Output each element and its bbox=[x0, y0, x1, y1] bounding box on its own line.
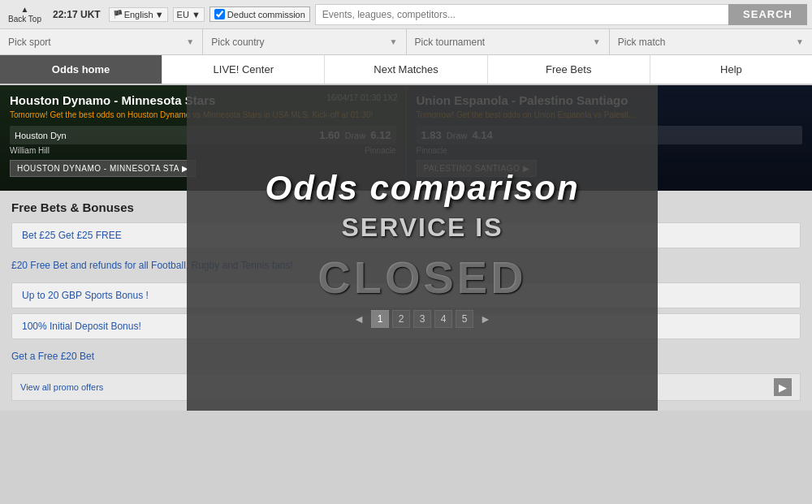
deduct-commission-label: Deduct commission bbox=[227, 10, 305, 19]
page-1-button[interactable]: 1 bbox=[371, 310, 389, 328]
deduct-commission-checkbox[interactable]: Deduct commission bbox=[209, 6, 310, 22]
pick-bar: Pick sport ▼ Pick country ▼ Pick tournam… bbox=[0, 29, 812, 55]
tab-live-center[interactable]: LIVE! Center bbox=[162, 55, 325, 84]
lang-arrow-icon: ▼ bbox=[155, 10, 164, 19]
service-closed-overlay: Odds comparison SERVICE IS CLOSED ◄ 1 2 … bbox=[187, 85, 658, 411]
page-next-icon[interactable]: ► bbox=[477, 311, 495, 327]
pick-country-arrow-icon: ▼ bbox=[390, 37, 398, 46]
pagination: ◄ 1 2 3 4 5 ► bbox=[350, 310, 495, 328]
main-content: Houston Dynamo - Minnesota Stars Tomorro… bbox=[0, 85, 812, 411]
tab-next-matches-label: Next Matches bbox=[374, 63, 438, 75]
page-5-button[interactable]: 5 bbox=[456, 310, 473, 328]
view-promo-prefix: View bbox=[20, 382, 42, 392]
overlay-title: Odds comparison bbox=[265, 169, 579, 208]
pick-tournament-arrow-icon: ▼ bbox=[593, 37, 601, 46]
page-4-button[interactable]: 4 bbox=[434, 310, 452, 328]
flag-icon: 🏴 bbox=[113, 10, 123, 19]
view-promo-arrow-icon: ▶ bbox=[774, 378, 792, 396]
tab-help-label: Help bbox=[720, 63, 742, 75]
view-promo-text: View all promo offers bbox=[20, 382, 103, 392]
tab-free-bets[interactable]: Free Bets bbox=[488, 55, 650, 84]
pick-country[interactable]: Pick country ▼ bbox=[203, 29, 406, 54]
page-3-button[interactable]: 3 bbox=[413, 310, 431, 328]
pick-sport-arrow-icon: ▼ bbox=[186, 37, 194, 46]
overlay-closed: CLOSED bbox=[317, 251, 526, 304]
pick-match-label: Pick match bbox=[618, 37, 666, 48]
search-button[interactable]: SEARCH bbox=[728, 4, 807, 25]
back-top-button[interactable]: ▲ Back Top bbox=[5, 3, 45, 26]
pick-tournament-label: Pick tournament bbox=[415, 37, 486, 48]
tab-next-matches[interactable]: Next Matches bbox=[325, 55, 487, 84]
tab-odds-home-label: Odds home bbox=[52, 63, 110, 75]
match-subtitle-prefix-left: Tomorrow! bbox=[10, 110, 48, 119]
pick-match[interactable]: Pick match ▼ bbox=[610, 29, 812, 54]
language-selector[interactable]: 🏴 English ▼ bbox=[109, 7, 168, 22]
search-bar: SEARCH bbox=[315, 4, 807, 25]
pick-country-label: Pick country bbox=[211, 37, 264, 48]
pick-sport[interactable]: Pick sport ▼ bbox=[0, 29, 203, 54]
match-button-label-left: HOUSTON DYNAMO - MINNESOTA STA bbox=[17, 164, 179, 173]
pick-match-arrow-icon: ▼ bbox=[796, 37, 804, 46]
nav-tabs: Odds home LIVE! Center Next Matches Free… bbox=[0, 55, 812, 85]
pick-sport-label: Pick sport bbox=[8, 37, 51, 48]
tab-help[interactable]: Help bbox=[650, 55, 812, 84]
tab-free-bets-label: Free Bets bbox=[546, 63, 591, 75]
page-2-button[interactable]: 2 bbox=[392, 310, 410, 328]
pick-tournament[interactable]: Pick tournament ▼ bbox=[407, 29, 610, 54]
arrow-up-icon: ▲ bbox=[21, 5, 29, 15]
deduct-checkbox-input[interactable] bbox=[214, 9, 225, 19]
overlay-subtitle: SERVICE IS bbox=[341, 213, 503, 243]
top-bar: ▲ Back Top 22:17 UKT 🏴 English ▼ EU ▼ De… bbox=[0, 0, 812, 29]
view-promo-link: all promo offers bbox=[42, 382, 104, 392]
page-prev-icon[interactable]: ◄ bbox=[350, 311, 368, 327]
match-button-left[interactable]: HOUSTON DYNAMO - MINNESOTA STA ▶ bbox=[10, 160, 196, 177]
tab-live-center-label: LIVE! Center bbox=[214, 63, 274, 75]
eu-region-selector[interactable]: EU ▼ bbox=[173, 7, 205, 22]
bookmaker-left: William Hill bbox=[10, 146, 50, 155]
tab-odds-home[interactable]: Odds home bbox=[0, 55, 162, 84]
back-top-label: Back Top bbox=[8, 15, 41, 24]
eu-arrow-icon: ▼ bbox=[192, 10, 201, 19]
lang-label: English bbox=[124, 10, 153, 19]
time-display: 22:17 UKT bbox=[50, 9, 104, 20]
search-input[interactable] bbox=[315, 4, 728, 25]
eu-label: EU bbox=[177, 10, 189, 19]
